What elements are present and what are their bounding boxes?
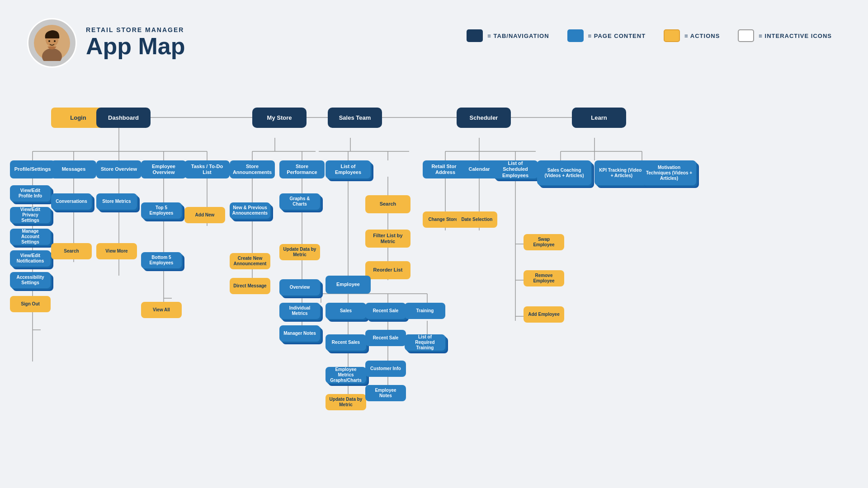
list-scheduled-employees-node[interactable]: List of Scheduled Employees [493,160,538,178]
app-map: Login Dashboard My Store Sales Team Sche… [0,90,868,479]
role-label: RETAIL STORE MANAGER [86,26,185,33]
legend-interactive: = INTERACTIVE ICONS [738,29,832,42]
dashboard-node[interactable]: Dashboard [96,108,151,128]
store-announcements-node[interactable]: Store Announcements [230,160,275,178]
conversations-node[interactable]: Conversations [51,193,92,210]
kpi-tracking-node[interactable]: KPI Tracking (Videos + Articles) [594,160,649,185]
legend-label-nav: = TAB/NAVIGATION [487,33,549,39]
view-edit-profile-node[interactable]: View/Edit Profile Info [10,185,51,202]
recent-sales-node[interactable]: Recent Sales [326,334,366,351]
legend-label-content: = PAGE CONTENT [588,33,646,39]
connector-lines [0,90,868,479]
sales-team-node[interactable]: Sales Team [328,108,382,128]
recent-sale-node[interactable]: Recent Sale [365,330,406,346]
legend-box-content [567,29,584,42]
scheduler-node[interactable]: Scheduler [457,108,511,128]
employee-notes-node[interactable]: Employee Notes [365,385,406,401]
reorder-list-node[interactable]: Reorder List [365,261,410,279]
list-of-employees-node[interactable]: List of Employees [326,160,371,178]
date-selection-node[interactable]: Date Selection [457,211,497,228]
store-metrics-node[interactable]: Store Metrics [96,193,137,210]
motivation-techniques-node[interactable]: Motivation Techniques (Videos + Articles… [642,160,696,185]
legend-nav: = TAB/NAVIGATION [467,29,549,42]
update-data-metric-node[interactable]: Update Data by Metric [326,394,366,410]
update-data-by-metric-node[interactable]: Update Data by Metric [279,244,320,260]
my-store-node[interactable]: My Store [252,108,307,128]
store-performance-node[interactable]: Store Performance [279,160,325,178]
legend-content: = PAGE CONTENT [567,29,646,42]
legend-label-interactive: = INTERACTIVE ICONS [759,33,832,39]
employee-node[interactable]: Employee [326,276,371,294]
main-title: App Map [86,33,185,59]
employee-overview-node[interactable]: Employee Overview [141,160,186,178]
remove-employee-node[interactable]: Remove Employee [524,270,564,286]
top5-node[interactable]: Top 5 Employees [141,202,182,219]
training-node[interactable]: Training [405,303,445,319]
sales-node[interactable]: Sales [326,303,366,319]
header: RETAIL STORE MANAGER App Map [27,18,185,68]
create-new-announcement-node[interactable]: Create New Announcement [230,253,270,269]
new-prev-announcements-node[interactable]: New & Previous Announcements [230,202,270,219]
add-employee-node[interactable]: Add Employee [524,306,564,323]
filter-list-node[interactable]: Filter List by Metric [365,230,410,248]
customer-info-node[interactable]: Customer Info [365,361,406,377]
employee-metrics-graphs-node[interactable]: Employee Metrics Graphs/Charts [326,367,366,383]
tasks-todo-node[interactable]: Tasks / To-Do List [184,160,230,178]
sign-out-node[interactable]: Sign Out [10,296,51,312]
svg-point-4 [54,40,56,42]
legend: = TAB/NAVIGATION = PAGE CONTENT = ACTION… [467,29,832,42]
add-new-node[interactable]: Add New [184,207,225,223]
legend-box-interactive [738,29,754,42]
legend-box-nav [467,29,483,42]
view-more-node[interactable]: View More [96,243,137,259]
legend-label-action: = ACTIONS [684,33,720,39]
graphs-charts-node[interactable]: Graphs & Charts [279,193,320,210]
manager-notes-node[interactable]: Manager Notes [279,325,320,342]
view-edit-notifications-node[interactable]: View/Edit Notifications [10,250,51,267]
search-dash-node[interactable]: Search [51,243,92,259]
individual-metrics-node[interactable]: Individual Metrics [279,303,320,319]
bottom5-node[interactable]: Bottom 5 Employees [141,252,182,268]
messages-node[interactable]: Messages [51,160,96,178]
title-block: RETAIL STORE MANAGER App Map [86,26,185,59]
legend-box-action [664,29,680,42]
list-required-training-node[interactable]: List of Required Training [405,334,445,351]
swap-employee-node[interactable]: Swap Employee [524,234,564,250]
sales-coaching-node[interactable]: Sales Coaching (Videos + Articles) [537,160,591,185]
store-overview-node[interactable]: Store Overview [96,160,142,178]
manage-account-node[interactable]: Manage Account Settings [10,229,51,245]
avatar [27,18,77,68]
svg-point-3 [48,40,50,42]
search-sales-node[interactable]: Search [365,195,410,213]
direct-message-node[interactable]: Direct Message [230,278,270,294]
profile-settings-node[interactable]: Profile/Settings [10,160,55,178]
overview-emp-node[interactable]: Overview [279,279,320,296]
view-edit-privacy-node[interactable]: View/Edit Privacy Settings [10,207,51,223]
learn-node[interactable]: Learn [572,108,626,128]
view-all-node[interactable]: View All [141,302,182,318]
recent-sale-col-node[interactable]: Recent Sale [365,303,406,319]
accessibility-settings-node[interactable]: Accessibility Settings [10,272,51,288]
legend-action: = ACTIONS [664,29,720,42]
